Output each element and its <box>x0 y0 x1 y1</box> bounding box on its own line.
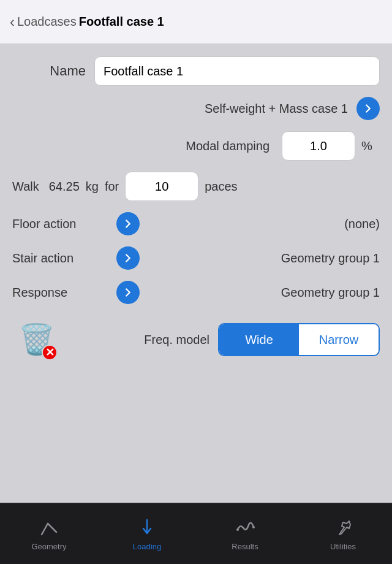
main-content: Name Self-weight + Mass case 1 Modal dam… <box>0 44 392 503</box>
freq-model-segmented-control: Wide Narrow <box>218 323 380 356</box>
tab-utilities[interactable]: Utilities <box>318 516 368 551</box>
floor-action-row: Floor action (none) <box>12 212 380 235</box>
tab-results-label: Results <box>232 542 258 551</box>
response-row: Response Geometry group 1 <box>12 281 380 304</box>
page-title: Footfall case 1 <box>79 15 164 29</box>
response-arrow-button[interactable] <box>116 281 140 304</box>
damping-unit: % <box>361 139 380 153</box>
stair-action-arrow-button[interactable] <box>116 246 140 270</box>
tab-loading[interactable]: Loading <box>123 516 172 551</box>
walk-row: Walk 64.25 kg for paces <box>12 172 380 201</box>
walk-for-label: for <box>105 180 119 194</box>
arrow-right-icon <box>121 286 135 299</box>
selfweight-label: Self-weight + Mass case 1 <box>205 102 348 116</box>
tab-utilities-label: Utilities <box>330 542 356 551</box>
tab-bar: Geometry Loading Results Utilities <box>0 503 392 564</box>
stair-action-row: Stair action Geometry group 1 <box>12 246 380 270</box>
tab-geometry[interactable]: Geometry <box>24 516 74 551</box>
freq-wide-button[interactable]: Wide <box>219 324 299 355</box>
damping-label: Modal damping <box>186 139 270 153</box>
tab-results[interactable]: Results <box>221 516 270 551</box>
tab-loading-label: Loading <box>133 542 161 551</box>
header: ‹ Loadcases Footfall case 1 <box>0 0 392 44</box>
svg-line-0 <box>42 524 48 535</box>
name-row: Name <box>12 56 380 86</box>
response-label: Response <box>12 286 110 300</box>
tab-geometry-label: Geometry <box>31 542 66 551</box>
loading-icon <box>136 516 158 538</box>
response-value: Geometry group 1 <box>281 286 380 300</box>
back-button[interactable]: ‹ Loadcases <box>10 13 77 31</box>
back-chevron-icon: ‹ <box>10 13 15 31</box>
name-label: Name <box>12 63 86 79</box>
walk-paces-unit: paces <box>205 180 237 194</box>
walk-label: Walk <box>12 180 39 194</box>
arrow-right-icon <box>121 251 135 265</box>
damping-input[interactable] <box>282 131 355 161</box>
svg-point-4 <box>252 526 255 528</box>
svg-point-3 <box>236 528 239 531</box>
floor-action-arrow-button[interactable] <box>116 212 140 235</box>
stair-action-label: Stair action <box>12 251 110 265</box>
freq-model-label: Freq. model <box>144 333 209 347</box>
name-input[interactable] <box>94 56 380 86</box>
svg-line-1 <box>48 524 56 532</box>
walk-paces-input[interactable] <box>125 172 198 201</box>
utilities-icon <box>332 516 354 538</box>
results-icon <box>234 516 256 538</box>
breadcrumb: Loadcases <box>17 15 77 29</box>
floor-action-label: Floor action <box>12 217 110 231</box>
damping-row: Modal damping % <box>12 131 380 161</box>
walk-weight-value: 64.25 <box>49 180 80 194</box>
stair-action-value: Geometry group 1 <box>281 251 380 265</box>
arrow-right-icon <box>361 102 375 115</box>
selfweight-row: Self-weight + Mass case 1 <box>12 97 380 120</box>
selfweight-arrow-button[interactable] <box>356 97 380 120</box>
walk-weight-unit: kg <box>86 180 99 194</box>
freq-narrow-button[interactable]: Narrow <box>299 324 379 355</box>
floor-action-value: (none) <box>344 217 380 231</box>
delete-badge: ✕ <box>42 345 58 360</box>
geometry-icon <box>38 516 60 538</box>
delete-button[interactable]: 🗑️ ✕ <box>12 315 61 364</box>
arrow-right-icon <box>121 217 135 231</box>
